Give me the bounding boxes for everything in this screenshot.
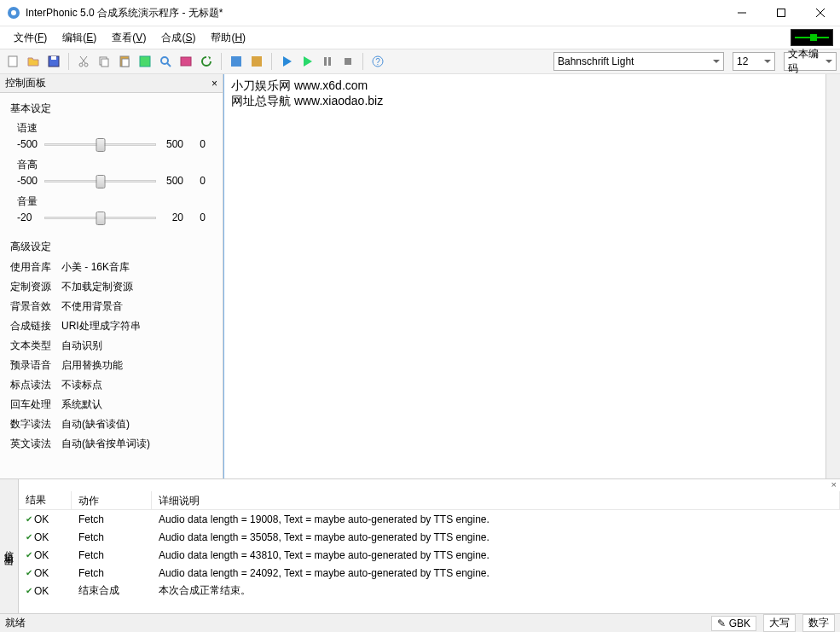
play-button[interactable] [277,52,296,71]
bgsound-combo[interactable]: 不使用背景音 [61,299,212,314]
link-label: 合成链接 [10,319,58,333]
enter-combo[interactable]: 系统默认 [61,397,212,412]
log-col-action[interactable]: 动作 [72,491,152,509]
new-button[interactable] [3,52,22,71]
svg-point-9 [79,63,83,67]
save-button[interactable] [44,52,63,71]
copy-button[interactable] [95,52,113,71]
log-tab[interactable]: 信息输出 [0,479,19,613]
panel-close-button[interactable]: × [211,78,217,90]
log-row[interactable]: ✔ OKFetchAudio data length = 43810, Text… [19,546,840,564]
status-encoding-icon: ✎ GBK [711,616,756,631]
pitch-slider-group: 音高 -500 500 0 [3,156,219,193]
svg-rect-16 [122,59,129,67]
toolbar: ? Bahnschrift Light 12 文本编码 [0,49,840,74]
texttype-combo[interactable]: 自动识别 [61,339,212,353]
app-icon [7,6,20,20]
paste-button[interactable] [115,52,134,71]
log-table: 结果 动作 详细说明 ✔ OKFetchAudio data length = … [19,491,840,613]
play2-button[interactable] [298,52,316,71]
log-col-detail[interactable]: 详细说明 [152,491,840,509]
select-button[interactable] [136,52,154,71]
speed-label: 语速 [17,121,206,136]
voice-combo[interactable]: 小美 - 16K音库 [61,260,212,275]
english-combo[interactable]: 自动(缺省按单词读) [61,437,212,451]
resource-label: 定制资源 [10,280,58,294]
punct-combo[interactable]: 不读标点 [61,378,212,392]
statusbar: 就绪 ✎ GBK 大写 数字 [0,613,840,632]
font-combo[interactable]: Bahnschrift Light [553,52,724,71]
tool-a-button[interactable] [227,52,246,71]
window-title: InterPhonic 5.0 合成系统演示程序 - 无标题* [26,6,722,20]
volume-label: 音量 [17,194,206,209]
pitch-min: -500 [17,175,43,187]
speed-value: 0 [185,138,206,150]
resource-combo[interactable]: 不加载定制资源 [61,280,212,294]
encoding-combo[interactable]: 文本编码 [784,52,837,71]
svg-rect-23 [324,57,327,66]
volume-max: 20 [158,212,183,223]
fontsize-combo[interactable]: 12 [733,52,775,71]
svg-text:?: ? [375,57,380,67]
menu-help[interactable]: 帮助(H) [204,27,252,49]
status-caps: 大写 [763,614,796,632]
open-button[interactable] [24,52,43,71]
cut-button[interactable] [74,52,93,71]
log-close-button[interactable]: × [19,479,840,491]
stop-button[interactable] [339,52,357,71]
log-row[interactable]: ✔ OK结束合成本次合成正常结束。 [19,582,840,600]
menu-edit[interactable]: 编辑(E) [55,27,103,49]
pause-button[interactable] [318,52,337,71]
svg-rect-8 [51,56,56,60]
status-ready: 就绪 [5,616,26,630]
punct-label: 标点读法 [10,378,58,392]
number-combo[interactable]: 自动(缺省读值) [61,417,212,432]
editor-vscrollbar[interactable] [826,74,840,478]
prevoice-label: 预录语音 [10,358,58,373]
prevoice-combo[interactable]: 启用替换功能 [61,358,212,373]
menubar: 文件(F) 编辑(E) 查看(V) 合成(S) 帮助(H) [0,26,840,49]
maximize-button[interactable] [762,0,801,26]
link-combo[interactable]: URI处理成字符串 [61,319,212,333]
check-icon: ✔ [26,550,32,560]
tool-b-button[interactable] [247,52,266,71]
check-icon: ✔ [26,586,32,595]
control-panel: 控制面板 × 基本设定 语速 -500 500 0 音高 -500 500 [0,74,223,478]
volume-slider-group: 音量 -20 20 0 [3,193,219,229]
svg-point-18 [161,57,168,64]
svg-rect-22 [252,56,262,67]
svg-rect-24 [328,57,331,66]
panel-title-label: 控制面板 [5,76,46,90]
log-panel: 信息输出 × 结果 动作 详细说明 ✔ OKFetchAudio data le… [0,478,840,613]
menu-view[interactable]: 查看(V) [105,27,153,49]
advanced-section-label: 高级设定 [3,236,219,258]
volume-value: 0 [185,212,206,223]
svg-point-1 [11,10,16,15]
pitch-value: 0 [185,175,206,187]
help-button[interactable]: ? [368,52,387,71]
log-row[interactable]: ✔ OKFetchAudio data length = 19008, Text… [19,510,840,528]
svg-rect-17 [140,56,150,67]
speed-slider-group: 语速 -500 500 0 [3,119,219,156]
menu-synth[interactable]: 合成(S) [154,27,202,49]
minimize-button[interactable] [722,0,762,26]
settings-button[interactable] [177,52,195,71]
speed-slider[interactable] [44,136,156,153]
log-col-result[interactable]: 结果 [19,491,72,509]
pitch-label: 音高 [17,158,206,172]
volume-slider[interactable] [44,209,156,226]
log-row[interactable]: ✔ OKFetchAudio data length = 24092, Text… [19,564,840,582]
number-label: 数字读法 [10,417,58,432]
close-button[interactable] [801,0,840,26]
text-editor[interactable]: 小刀娱乐网 www.x6d.com 网址总导航 www.xiaodao.biz [224,74,826,478]
find-button[interactable] [156,52,175,71]
status-num: 数字 [802,614,835,632]
svg-rect-21 [231,56,241,67]
bgsound-label: 背景音效 [10,299,58,314]
log-row[interactable]: ✔ OKFetchAudio data length = 35058, Text… [19,528,840,546]
speed-max: 500 [158,138,183,150]
menu-file[interactable]: 文件(F) [7,27,54,49]
pitch-slider[interactable] [44,172,156,189]
refresh-button[interactable] [197,52,216,71]
check-icon: ✔ [26,532,32,542]
